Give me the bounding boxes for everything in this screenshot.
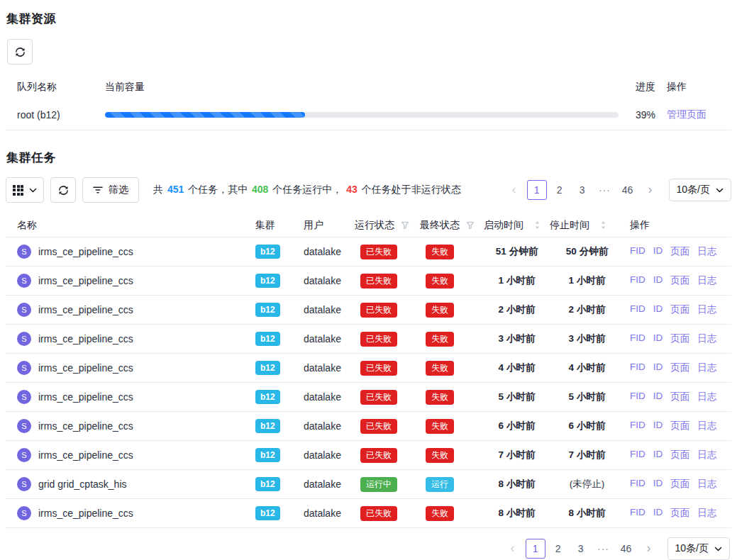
task-name: grid grid_cptask_his <box>38 478 127 490</box>
progress-header: 进度 <box>619 81 655 94</box>
table-row: S irms_ce_pipeline_ccs b12 datalake 已失败 … <box>6 237 731 267</box>
sort-icon[interactable] <box>534 220 541 230</box>
action-link-日志[interactable]: 日志 <box>697 391 716 403</box>
action-link-id[interactable]: ID <box>653 245 663 258</box>
sort-icon[interactable] <box>600 220 606 230</box>
action-link-fid[interactable]: FID <box>630 274 645 287</box>
action-link-fid[interactable]: FID <box>630 391 645 403</box>
action-link-页面[interactable]: 页面 <box>670 274 689 287</box>
cluster-tasks-title: 集群任务 <box>6 150 731 166</box>
start-time-header[interactable]: 启动时间 <box>484 219 550 232</box>
action-link-fid[interactable]: FID <box>630 245 645 258</box>
action-link-页面[interactable]: 页面 <box>670 420 689 432</box>
page-button-1[interactable]: 1 <box>527 180 547 200</box>
action-link-页面[interactable]: 页面 <box>670 332 689 345</box>
action-link-页面[interactable]: 页面 <box>670 303 689 316</box>
action-link-fid[interactable]: FID <box>630 420 645 432</box>
page-button-3[interactable]: 3 <box>571 539 591 559</box>
queue-name: root (b12) <box>6 109 105 121</box>
action-link-日志[interactable]: 日志 <box>697 507 716 520</box>
action-link-id[interactable]: ID <box>653 507 663 520</box>
action-link-页面[interactable]: 页面 <box>670 391 689 403</box>
prev-page-button[interactable]: ‹ <box>503 539 523 559</box>
refresh-tasks-button[interactable] <box>50 177 76 203</box>
stop-time: (未停止) <box>550 478 624 491</box>
page-button-1[interactable]: 1 <box>526 539 545 559</box>
action-link-日志[interactable]: 日志 <box>697 303 716 316</box>
task-name: irms_ce_pipeline_ccs <box>38 304 133 315</box>
next-page-button[interactable]: › <box>641 180 660 200</box>
column-settings-button[interactable] <box>6 177 44 203</box>
filter-funnel-icon[interactable] <box>466 221 475 230</box>
action-link-id[interactable]: ID <box>653 420 663 432</box>
page-ellipsis[interactable]: ··· <box>595 180 615 200</box>
action-link-fid[interactable]: FID <box>630 507 645 520</box>
total-task-count: 451 <box>167 184 184 195</box>
resources-action-header: 操作 <box>655 81 731 94</box>
pagination-top: ‹ 1 2 3 ··· 46 › 10条/页 <box>504 179 731 201</box>
final-status-badge: 失败 <box>426 303 454 318</box>
action-link-id[interactable]: ID <box>653 391 663 403</box>
action-link-id[interactable]: ID <box>653 449 663 461</box>
refresh-resources-button[interactable] <box>7 39 33 65</box>
stop-time: 50 分钟前 <box>550 245 624 258</box>
avatar: S <box>17 506 31 520</box>
page-button-3[interactable]: 3 <box>572 180 592 200</box>
action-link-页面[interactable]: 页面 <box>670 449 689 461</box>
action-link-fid[interactable]: FID <box>630 303 645 316</box>
stop-time: 7 小时前 <box>550 449 624 461</box>
avatar: S <box>17 303 31 317</box>
page-size-select[interactable]: 10条/页 <box>667 537 730 560</box>
stop-time-header[interactable]: 停止时间 <box>550 219 624 232</box>
summary-text: 共 <box>153 184 166 195</box>
task-name: irms_ce_pipeline_ccs <box>38 275 133 286</box>
filter-button-label: 筛选 <box>109 184 128 196</box>
action-link-页面[interactable]: 页面 <box>670 362 689 374</box>
action-link-日志[interactable]: 日志 <box>697 420 716 432</box>
manage-page-link[interactable]: 管理页面 <box>667 108 706 120</box>
user-name: datalake <box>304 420 355 432</box>
action-link-id[interactable]: ID <box>653 303 663 316</box>
filter-button[interactable]: 筛选 <box>82 177 139 203</box>
avatar: S <box>17 245 31 259</box>
user-header: 用户 <box>304 219 355 232</box>
action-link-fid[interactable]: FID <box>630 362 645 374</box>
run-status-badge: 已失败 <box>360 332 397 347</box>
action-link-fid[interactable]: FID <box>630 478 645 491</box>
filter-funnel-icon[interactable] <box>401 221 409 230</box>
action-link-fid[interactable]: FID <box>630 332 645 345</box>
action-link-日志[interactable]: 日志 <box>697 245 716 258</box>
action-link-日志[interactable]: 日志 <box>697 449 716 461</box>
next-page-button[interactable]: › <box>639 539 659 559</box>
action-link-id[interactable]: ID <box>653 332 663 345</box>
table-row: S irms_ce_pipeline_ccs b12 datalake 已失败 … <box>6 325 731 354</box>
run-status-header[interactable]: 运行状态 <box>355 219 420 232</box>
page-button-2[interactable]: 2 <box>550 180 570 200</box>
tasks-table: 名称 集群 用户 运行状态 最终状态 启动时间 停止时间 操作 S <box>6 213 731 528</box>
cluster-badge: b12 <box>255 245 280 259</box>
action-link-日志[interactable]: 日志 <box>697 362 716 374</box>
action-link-fid[interactable]: FID <box>630 449 645 461</box>
final-status-header[interactable]: 最终状态 <box>420 219 484 232</box>
action-link-页面[interactable]: 页面 <box>670 245 689 258</box>
action-link-id[interactable]: ID <box>653 274 663 287</box>
page-button-2[interactable]: 2 <box>548 539 568 559</box>
page-ellipsis[interactable]: ··· <box>594 539 614 559</box>
action-link-日志[interactable]: 日志 <box>697 478 716 491</box>
cluster-badge: b12 <box>255 419 280 433</box>
run-status-badge: 运行中 <box>360 477 397 492</box>
bottom-bar: ‹ 1 2 3 ··· 46 › 10条/页 <box>6 537 731 560</box>
action-link-页面[interactable]: 页面 <box>670 507 689 520</box>
refresh-icon <box>58 185 69 196</box>
page-size-select[interactable]: 10条/页 <box>669 179 731 201</box>
page-button-46[interactable]: 46 <box>618 180 638 200</box>
action-link-id[interactable]: ID <box>653 478 663 491</box>
name-header: 名称 <box>6 219 255 232</box>
action-link-id[interactable]: ID <box>653 362 663 374</box>
action-link-页面[interactable]: 页面 <box>670 478 689 491</box>
page-button-46[interactable]: 46 <box>616 539 636 559</box>
action-link-日志[interactable]: 日志 <box>697 332 716 345</box>
resources-table: 队列名称 当前容量 进度 操作 root (b12) 39% 管理页面 <box>6 75 731 130</box>
prev-page-button[interactable]: ‹ <box>504 180 524 200</box>
action-link-日志[interactable]: 日志 <box>697 274 716 287</box>
